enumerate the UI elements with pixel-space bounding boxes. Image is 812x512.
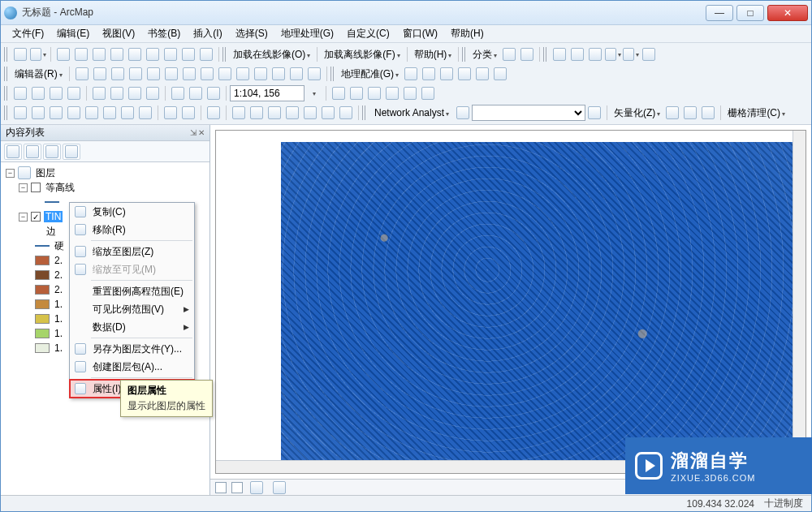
minimize-button[interactable]: — [706, 5, 733, 21]
ctx-copy-icon[interactable]: 复制(C) [70, 203, 194, 221]
ctx-save-layer-icon[interactable]: 另存为图层文件(Y)... [70, 340, 194, 358]
back-button[interactable] [119, 104, 136, 122]
pause-button[interactable] [270, 479, 288, 496]
vectorize-dropdown[interactable]: 矢量化(Z) [611, 105, 663, 122]
toolbar-grip[interactable] [4, 105, 8, 120]
network-select[interactable] [472, 105, 585, 121]
layer-checkbox[interactable]: ✓ [31, 212, 41, 222]
toolbar-grip[interactable] [4, 86, 8, 101]
tool-btn[interactable] [252, 65, 270, 83]
toolbar-grip[interactable] [462, 47, 466, 62]
tool-btn[interactable] [180, 65, 198, 83]
tree-contour[interactable]: − 等高线 [2, 180, 208, 195]
tool-btn[interactable] [305, 65, 323, 83]
scale-input[interactable] [230, 85, 304, 101]
editor-dropdown[interactable]: 编辑器(R) [11, 66, 66, 83]
menu-customize[interactable]: 自定义(C) [340, 25, 396, 42]
expand-icon[interactable]: − [19, 213, 28, 222]
ctx-layer-package-icon[interactable]: 创建图层包(A)... [70, 358, 194, 376]
expand-icon[interactable]: − [6, 169, 15, 178]
redo-button[interactable] [187, 84, 205, 102]
tool-btn[interactable] [402, 65, 420, 83]
tool-btn[interactable] [126, 45, 144, 63]
tool-btn[interactable] [518, 45, 536, 63]
ctx-zoom-layer-icon[interactable]: 缩放至图层(Z) [70, 243, 194, 260]
tool-btn[interactable] [162, 45, 179, 63]
open-button[interactable] [29, 84, 47, 102]
tool-btn[interactable] [179, 45, 197, 63]
tool-btn[interactable] [72, 45, 90, 63]
tool-btn[interactable] [83, 104, 101, 122]
copy-button[interactable] [108, 84, 126, 102]
tool-btn[interactable] [101, 104, 119, 122]
tool-btn[interactable] [585, 104, 603, 122]
toolbar-grip[interactable] [362, 105, 366, 120]
expand-icon[interactable]: − [19, 183, 28, 192]
toc-close-button[interactable]: ✕ [198, 128, 205, 137]
measure-button[interactable] [283, 104, 301, 122]
tool-btn[interactable] [91, 65, 109, 83]
tool-btn[interactable] [456, 65, 473, 83]
paste-button[interactable] [126, 84, 144, 102]
scrollbar-vertical[interactable] [793, 131, 806, 473]
tool-btn[interactable] [11, 45, 29, 63]
tool-btn[interactable] [383, 84, 401, 102]
tool-btn[interactable] [604, 45, 622, 63]
tool-btn[interactable] [473, 65, 491, 83]
toc-pin-button[interactable]: ⇲ [190, 128, 197, 137]
toc-tab-visibility[interactable] [43, 144, 61, 160]
cut-button[interactable] [90, 84, 108, 102]
delete-button[interactable] [144, 84, 162, 102]
tool-btn[interactable] [365, 84, 383, 102]
refresh-button[interactable] [248, 479, 266, 496]
tool-btn[interactable] [330, 84, 348, 102]
menu-geoprocessing[interactable]: 地理处理(G) [274, 25, 340, 42]
layer-checkbox[interactable] [31, 183, 41, 192]
tool-btn[interactable] [248, 104, 266, 122]
tool-btn[interactable] [699, 104, 717, 122]
xy-button[interactable] [319, 104, 337, 122]
new-button[interactable] [11, 84, 29, 102]
toolbar-grip[interactable] [543, 47, 547, 62]
ctx-item-4[interactable]: 重置图例高程范围(E) [70, 282, 194, 300]
tool-btn[interactable] [162, 65, 180, 83]
pan-button[interactable] [47, 104, 65, 122]
find-button[interactable] [301, 104, 319, 122]
tool-btn[interactable] [29, 45, 47, 63]
toc-tab-selection[interactable] [63, 144, 80, 160]
layout-view-button[interactable] [231, 482, 243, 493]
tool-btn[interactable] [144, 45, 162, 63]
menu-view[interactable]: 视图(V) [96, 25, 141, 42]
load-online-dropdown[interactable]: 加载在线影像(O) [230, 46, 313, 63]
tool-btn[interactable] [622, 45, 640, 63]
tool-btn[interactable] [287, 65, 305, 83]
tool-btn[interactable] [500, 45, 518, 63]
georef-dropdown[interactable]: 地理配准(G) [338, 66, 402, 83]
tool-btn[interactable] [108, 45, 126, 63]
tool-btn[interactable] [438, 65, 456, 83]
add-data-button[interactable] [205, 84, 222, 102]
forward-button[interactable] [136, 104, 154, 122]
tool-btn[interactable] [54, 45, 72, 63]
menu-bookmarks[interactable]: 书签(B) [141, 25, 187, 42]
tool-btn[interactable] [145, 65, 162, 83]
toc-tab-source[interactable] [24, 144, 41, 160]
print-button[interactable] [65, 84, 83, 102]
tool-btn[interactable] [90, 45, 108, 63]
tool-btn[interactable] [420, 65, 438, 83]
maximize-button[interactable]: □ [736, 5, 764, 21]
tool-btn[interactable] [73, 65, 91, 83]
zoom-in-button[interactable] [11, 104, 29, 122]
menu-window[interactable]: 窗口(W) [396, 25, 444, 42]
tool-btn[interactable] [551, 45, 568, 63]
tool-btn[interactable] [127, 65, 145, 83]
scale-dropdown[interactable] [304, 84, 322, 102]
tool-btn[interactable] [197, 45, 215, 63]
load-offline-dropdown[interactable]: 加载离线影像(F) [321, 46, 403, 63]
raster-clean-dropdown[interactable]: 栅格清理(C) [724, 105, 788, 122]
network-analyst-dropdown[interactable]: Network Analyst [369, 105, 454, 120]
tool-btn[interactable] [198, 65, 216, 83]
tool-btn[interactable] [586, 45, 604, 63]
menu-help[interactable]: 帮助(H) [444, 25, 490, 42]
tool-btn[interactable] [216, 65, 234, 83]
